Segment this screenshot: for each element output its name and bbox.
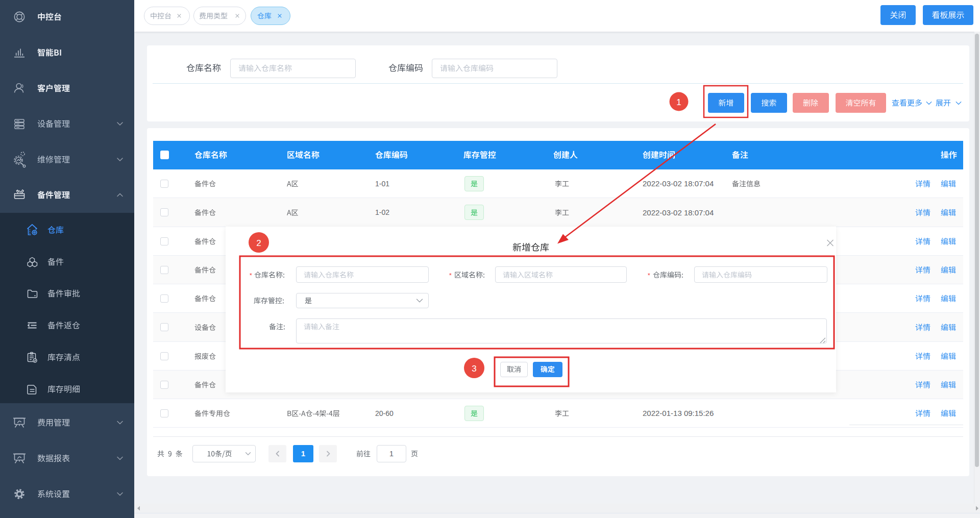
svg-text:1-02: 1-02 — [375, 208, 389, 216]
svg-text:2022-01-13 09:15:26: 2022-01-13 09:15:26 — [643, 409, 714, 417]
svg-text:1: 1 — [389, 449, 394, 458]
svg-text:1-01: 1-01 — [375, 180, 389, 188]
svg-text:1: 1 — [301, 449, 305, 458]
svg-text:3: 3 — [472, 364, 476, 374]
svg-text:20-60: 20-60 — [375, 409, 394, 417]
svg-text:2: 2 — [256, 238, 261, 248]
svg-text:2022-03-02 18:07:04: 2022-03-02 18:07:04 — [643, 208, 714, 217]
svg-text:1: 1 — [676, 97, 681, 107]
svg-text:2022-03-02 18:07:04: 2022-03-02 18:07:04 — [643, 179, 714, 188]
